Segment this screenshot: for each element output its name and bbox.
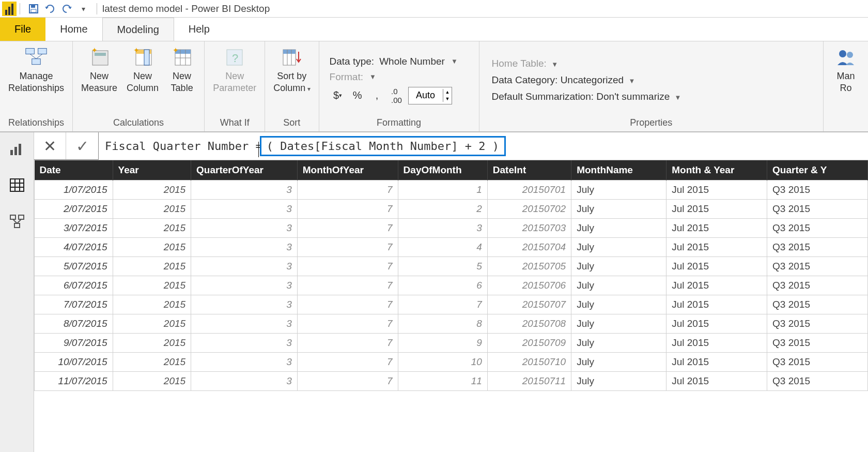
cell[interactable]: 7 xyxy=(297,257,398,276)
manage-roles-button[interactable]: Man Ro xyxy=(828,43,864,96)
cell[interactable]: 2015 xyxy=(113,276,191,295)
cell[interactable]: 11/07/2015 xyxy=(35,372,113,391)
thousands-button[interactable]: , xyxy=(369,88,385,103)
cell[interactable]: Q3 2015 xyxy=(767,180,868,200)
undo-icon[interactable] xyxy=(43,2,57,16)
cell[interactable]: Q3 2015 xyxy=(767,276,868,295)
cell[interactable]: Jul 2015 xyxy=(667,180,767,200)
table-row[interactable]: 9/07/2015201537920150709JulyJul 2015Q3 2… xyxy=(35,334,868,353)
cell[interactable]: 6 xyxy=(398,276,487,295)
column-header[interactable]: DateInt xyxy=(487,160,571,180)
cell[interactable]: 3 xyxy=(398,219,487,238)
cell[interactable]: 20150709 xyxy=(487,334,571,353)
new-table-button[interactable]: ✦ New Table xyxy=(164,43,200,96)
cell[interactable]: Jul 2015 xyxy=(667,295,767,314)
cell[interactable]: Q3 2015 xyxy=(767,295,868,314)
cell[interactable]: 3 xyxy=(191,372,298,391)
cell[interactable]: 3/07/2015 xyxy=(35,219,113,238)
tab-modeling[interactable]: Modeling xyxy=(102,18,174,41)
cell[interactable]: 5/07/2015 xyxy=(35,257,113,276)
cell[interactable]: 7 xyxy=(297,372,398,391)
cell[interactable]: Jul 2015 xyxy=(667,257,767,276)
formula-input[interactable]: Fiscal Quarter Number = ( Dates[Fiscal M… xyxy=(99,132,868,160)
cell[interactable]: Jul 2015 xyxy=(667,219,767,238)
cell[interactable]: 8 xyxy=(398,314,487,334)
report-view-icon[interactable] xyxy=(8,140,26,158)
cell[interactable]: July xyxy=(571,238,667,257)
cell[interactable]: 9 xyxy=(398,334,487,353)
cell[interactable]: 2015 xyxy=(113,334,191,353)
customize-qat-icon[interactable]: ▾ xyxy=(76,2,90,16)
sort-by-column-button[interactable]: Sort by Column xyxy=(269,43,314,96)
tab-home[interactable]: Home xyxy=(45,18,102,41)
cell[interactable]: 20150701 xyxy=(487,180,571,200)
cell[interactable]: Jul 2015 xyxy=(667,238,767,257)
column-header[interactable]: DayOfMonth xyxy=(398,160,487,180)
cell[interactable]: Q3 2015 xyxy=(767,257,868,276)
cell[interactable]: 2015 xyxy=(113,180,191,200)
cell[interactable]: 3 xyxy=(191,200,298,219)
cell[interactable]: 3 xyxy=(191,276,298,295)
table-row[interactable]: 8/07/2015201537820150708JulyJul 2015Q3 2… xyxy=(35,314,868,334)
cell[interactable]: 2015 xyxy=(113,372,191,391)
cell[interactable]: 7 xyxy=(297,200,398,219)
cell[interactable]: 2/07/2015 xyxy=(35,200,113,219)
table-row[interactable]: 1/07/2015201537120150701JulyJul 2015Q3 2… xyxy=(35,180,868,200)
cell[interactable]: July xyxy=(571,372,667,391)
column-header[interactable]: Year xyxy=(113,160,191,180)
data-type-dropdown[interactable]: Data type: Whole Number ▼ xyxy=(330,56,469,67)
cell[interactable]: Q3 2015 xyxy=(767,314,868,334)
cell[interactable]: July xyxy=(571,200,667,219)
cell[interactable]: July xyxy=(571,334,667,353)
cell[interactable]: 7/07/2015 xyxy=(35,295,113,314)
cell[interactable]: 9/07/2015 xyxy=(35,334,113,353)
cell[interactable]: Jul 2015 xyxy=(667,372,767,391)
cell[interactable]: Q3 2015 xyxy=(767,200,868,219)
cell[interactable]: 2015 xyxy=(113,314,191,334)
cell[interactable]: July xyxy=(571,314,667,334)
table-row[interactable]: 6/07/2015201537620150706JulyJul 2015Q3 2… xyxy=(35,276,868,295)
column-header[interactable]: Quarter & Y xyxy=(767,160,868,180)
cell[interactable]: 1/07/2015 xyxy=(35,180,113,200)
cell[interactable]: 3 xyxy=(191,257,298,276)
data-category-dropdown[interactable]: Data Category: Uncategorized ▼ xyxy=(492,74,811,86)
cell[interactable]: Q3 2015 xyxy=(767,219,868,238)
cell[interactable]: 20150707 xyxy=(487,295,571,314)
cell[interactable]: July xyxy=(571,353,667,372)
cell[interactable]: 11 xyxy=(398,372,487,391)
new-column-button[interactable]: ✦ New Column xyxy=(122,43,163,96)
cell[interactable]: 20150711 xyxy=(487,372,571,391)
cell[interactable]: 7 xyxy=(297,353,398,372)
table-row[interactable]: 2/07/2015201537220150702JulyJul 2015Q3 2… xyxy=(35,200,868,219)
cell[interactable]: 3 xyxy=(191,334,298,353)
decimal-button[interactable]: .0.00 xyxy=(389,88,405,103)
table-row[interactable]: 7/07/2015201537720150707JulyJul 2015Q3 2… xyxy=(35,295,868,314)
cell[interactable]: 2015 xyxy=(113,219,191,238)
cell[interactable]: 7 xyxy=(297,238,398,257)
cell[interactable]: July xyxy=(571,180,667,200)
decimal-places-stepper[interactable]: ▲▼ xyxy=(408,87,453,104)
new-measure-button[interactable]: ✦ New Measure xyxy=(77,43,121,96)
decimal-places-input[interactable] xyxy=(409,90,443,101)
cell[interactable]: 3 xyxy=(191,180,298,200)
cell[interactable]: 2015 xyxy=(113,353,191,372)
table-row[interactable]: 10/07/20152015371020150710JulyJul 2015Q3… xyxy=(35,353,868,372)
commit-formula-icon[interactable]: ✓ xyxy=(66,132,98,159)
cell[interactable]: 1 xyxy=(398,180,487,200)
cell[interactable]: Q3 2015 xyxy=(767,238,868,257)
column-header[interactable]: QuarterOfYear xyxy=(191,160,298,180)
cell[interactable]: 7 xyxy=(297,219,398,238)
cell[interactable]: 3 xyxy=(191,295,298,314)
save-icon[interactable] xyxy=(26,2,41,16)
cell[interactable]: July xyxy=(571,276,667,295)
cell[interactable]: 2015 xyxy=(113,200,191,219)
cell[interactable]: 4 xyxy=(398,238,487,257)
column-header[interactable]: MonthName xyxy=(571,160,667,180)
column-header[interactable]: MonthOfYear xyxy=(297,160,398,180)
cell[interactable]: 8/07/2015 xyxy=(35,314,113,334)
currency-button[interactable]: $▾ xyxy=(330,88,346,103)
cell[interactable]: 7 xyxy=(398,295,487,314)
cell[interactable]: Jul 2015 xyxy=(667,334,767,353)
cell[interactable]: 10 xyxy=(398,353,487,372)
cell[interactable]: 20150710 xyxy=(487,353,571,372)
